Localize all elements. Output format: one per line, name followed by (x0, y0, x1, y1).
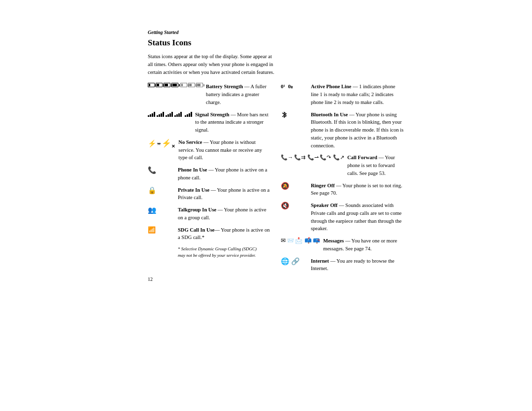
talkgroup-in-use-icon: 👥 (148, 206, 175, 215)
page-number: 12 (148, 276, 153, 282)
page-container: Getting Started Status Icons Status icon… (108, 0, 424, 297)
signal-strength-desc: Signal Strength — More bars next to the … (195, 111, 271, 134)
talkgroup-in-use-desc: Talkgroup In Use — Your phone is active … (178, 206, 271, 222)
section-title: Status Icons (148, 38, 404, 48)
active-phone-line-icon: 0¹ 0₂ (281, 83, 308, 90)
private-in-use-icon: 🔒 (148, 186, 175, 195)
list-item: Bluetooth In Use — Your phone is using B… (281, 111, 404, 150)
list-item: 📶 SDG Call In Use— Your phone is active … (148, 226, 271, 242)
battery-icon (148, 83, 203, 90)
internet-icon: 🌐 🔗 (281, 257, 308, 266)
no-service-icon: ⚡× ⚡✕ (148, 138, 175, 150)
ringer-off-desc: Ringer Off — Your phone is set to not ri… (311, 182, 404, 198)
bluetooth-in-use-desc: Bluetooth In Use — Your phone is using B… (311, 111, 404, 150)
list-item: 📞→ 📞⇉ 📞⇀ 📞↷ 📞↗ Call Forward — Your phone… (281, 154, 404, 177)
list-item: 🌐 🔗 Internet — You are ready to browse t… (281, 257, 404, 273)
right-column: 0¹ 0₂ Active Phone Line — 1 indicates ph… (281, 83, 404, 277)
call-forward-desc: Call Forward — Your phone is set to forw… (347, 154, 404, 177)
list-item: ✉ 📨 📩 📫 📪 Messages — You have one or mor… (281, 237, 404, 253)
content-columns: Battery Strength — A fuller battery indi… (148, 83, 404, 277)
no-service-desc: No Service — Your phone is without servi… (178, 138, 271, 162)
phone-in-use-icon: 📞 (148, 166, 175, 175)
signal-icon (148, 111, 192, 118)
sdg-footnote: * Selective Dynamic Group Calling (SDGC)… (178, 246, 271, 258)
left-column: Battery Strength — A fuller battery indi… (148, 83, 271, 277)
section-header: Getting Started (148, 30, 404, 35)
list-item: ⚡× ⚡✕ No Service — Your phone is without… (148, 138, 271, 162)
list-item: Battery Strength — A fuller battery indi… (148, 83, 271, 106)
list-item: 0¹ 0₂ Active Phone Line — 1 indicates ph… (281, 83, 404, 106)
speaker-off-icon: 🔇 (281, 202, 308, 210)
list-item: 📞 Phone In Use — Your phone is active on… (148, 166, 271, 182)
bluetooth-icon (281, 111, 308, 119)
active-phone-line-desc: Active Phone Line — 1 indicates phone li… (311, 83, 404, 106)
list-item: Signal Strength — More bars next to the … (148, 111, 271, 134)
speaker-off-desc: Speaker Off — Sounds associated with Pri… (311, 202, 404, 233)
list-item: 🔒 Private In Use — Your phone is active … (148, 186, 271, 202)
list-item: 👥 Talkgroup In Use — Your phone is activ… (148, 206, 271, 222)
sdg-call-desc: SDG Call In Use— Your phone is active on… (178, 226, 271, 242)
intro-text: Status icons appear at the top of the di… (148, 53, 276, 76)
phone-in-use-desc: Phone In Use — Your phone is active on a… (178, 166, 271, 182)
battery-strength-desc: Battery Strength — A fuller battery indi… (206, 83, 271, 106)
messages-desc: Messages — You have one or more messages… (323, 237, 404, 253)
call-forward-icon: 📞→ 📞⇉ 📞⇀ 📞↷ 📞↗ (281, 154, 344, 161)
internet-desc: Internet — You are ready to browse the I… (311, 257, 404, 273)
sdg-call-icon: 📶 (148, 226, 175, 235)
private-in-use-desc: Private In Use — Your phone is active on… (178, 186, 271, 202)
ringer-off-icon: 🔕 (281, 182, 308, 191)
list-item: 🔕 Ringer Off — Your phone is set to not … (281, 182, 404, 198)
messages-icon: ✉ 📨 📩 📫 📪 (281, 237, 320, 245)
list-item: 🔇 Speaker Off — Sounds associated with P… (281, 202, 404, 233)
